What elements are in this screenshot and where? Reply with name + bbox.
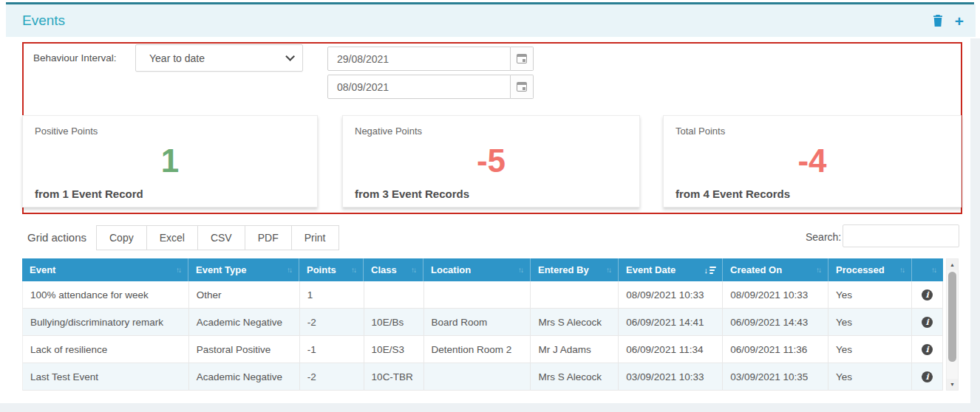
info-icon[interactable]: i [922, 371, 933, 382]
info-icon[interactable]: i [922, 344, 933, 355]
column-header-class[interactable]: Class↑↓ [364, 258, 423, 281]
positive-points-card: Positive Points 1 from 1 Event Record [22, 115, 318, 207]
cell-location: Detention Room 2 [424, 336, 531, 363]
sort-icon: ↑↓ [606, 266, 612, 274]
sort-icon: ↑↓ [287, 266, 293, 274]
search-label: Search: [806, 231, 841, 243]
cell-class: 10E/Bs [364, 309, 424, 335]
cell-info: i [912, 363, 943, 390]
cell-created-on: 03/09/2021 10:35 [723, 363, 828, 390]
column-header-entered-by[interactable]: Entered By↑↓ [531, 258, 619, 281]
export-button-copy[interactable]: Copy [96, 225, 147, 250]
column-header-info[interactable]: ↑↓ [912, 258, 943, 281]
search-input[interactable] [843, 224, 959, 247]
page-margin-right [970, 38, 980, 403]
cell-points: -2 [300, 363, 364, 390]
cell-event-type: Academic Negative [189, 363, 300, 390]
cell-created-on: 06/09/2021 14:43 [723, 309, 828, 335]
cell-points: -2 [300, 309, 364, 335]
delete-icon[interactable] [933, 15, 943, 27]
export-button-print[interactable]: Print [291, 225, 339, 250]
cell-entered-by: Mr J Adams [531, 336, 619, 363]
chevron-down-icon [285, 52, 295, 61]
cell-class: 10C-TBR [364, 363, 424, 390]
export-button-csv[interactable]: CSV [197, 225, 245, 250]
cell-event: Lack of resilience [23, 336, 189, 363]
cell-location [424, 281, 531, 308]
table-row[interactable]: Bullying/discriminatory remarkAcademic N… [22, 309, 943, 336]
negative-points-card: Negative Points -5 from 3 Event Records [342, 115, 640, 207]
cell-event: 100% attendance for week [23, 281, 189, 308]
sort-icon: ↑↓ [411, 266, 417, 274]
cell-location [424, 363, 531, 390]
cell-info: i [912, 309, 943, 335]
column-header-points[interactable]: Points↑↓ [299, 258, 364, 281]
column-header-event[interactable]: Event↑↓ [22, 258, 188, 281]
sort-icon: ↑↓ [899, 266, 905, 274]
cell-entered-by: Mrs S Alecock [531, 363, 619, 390]
cell-processed: Yes [828, 363, 912, 390]
card-footer: from 1 Event Record [23, 188, 317, 207]
cell-points: 1 [300, 281, 364, 308]
table-row[interactable]: Lack of resiliencePastoral Positive-110E… [22, 336, 943, 363]
table-row[interactable]: 100% attendance for weekOther108/09/2021… [22, 281, 943, 309]
grid-actions-label: Grid actions [27, 231, 86, 244]
date-to-calendar-button[interactable] [511, 75, 534, 99]
sort-descending-icon: ↓ [704, 265, 717, 275]
sort-icon: ↑↓ [518, 266, 524, 274]
negative-points-value: -5 [343, 134, 639, 188]
date-from-input[interactable] [327, 47, 511, 71]
table-header-row: Event↑↓Event Type↑↓Points↑↓Class↑↓Locati… [22, 258, 943, 281]
page-margin-bottom [0, 403, 980, 412]
sort-icon: ↑↓ [931, 266, 937, 274]
column-header-event-date[interactable]: Event Date↓ [619, 258, 723, 281]
scroll-down-icon[interactable]: ▼ [947, 379, 958, 390]
cell-event-date: 03/09/2021 10:33 [619, 363, 723, 390]
info-icon[interactable]: i [922, 289, 933, 301]
date-from-calendar-button[interactable] [511, 47, 534, 71]
cell-event: Last Test Event [23, 363, 189, 390]
cell-event-type: Pastoral Positive [189, 336, 300, 363]
cell-event-date: 06/09/2021 11:34 [619, 336, 723, 363]
total-points-value: -4 [664, 134, 961, 188]
column-header-processed[interactable]: Processed↑↓ [828, 258, 912, 281]
panel-header: Events + [6, 4, 976, 37]
add-event-icon[interactable]: + [955, 13, 964, 29]
scrollbar-thumb[interactable] [948, 272, 956, 362]
column-header-event-type[interactable]: Event Type↑↓ [188, 258, 299, 281]
page-title: Events [22, 4, 65, 37]
cell-event-type: Other [189, 281, 300, 308]
card-footer: from 3 Event Records [343, 188, 639, 207]
scroll-up-icon[interactable]: ▲ [947, 259, 958, 270]
cell-created-on: 08/09/2021 10:33 [723, 281, 828, 308]
cell-entered-by: Mrs S Alecock [531, 309, 619, 335]
cell-event-type: Academic Negative [189, 309, 300, 335]
cell-created-on: 06/09/2021 11:36 [723, 336, 828, 363]
cell-info: i [912, 336, 943, 363]
positive-points-value: 1 [23, 134, 317, 188]
calendar-icon [517, 82, 527, 92]
export-button-pdf[interactable]: PDF [245, 225, 292, 250]
cell-entered-by [531, 281, 619, 308]
cell-processed: Yes [828, 309, 912, 335]
cell-class: 10E/S3 [364, 336, 424, 363]
cell-info: i [912, 281, 943, 308]
cell-processed: Yes [828, 336, 912, 363]
column-header-location[interactable]: Location↑↓ [423, 258, 531, 281]
date-to-input[interactable] [327, 75, 511, 99]
export-button-excel[interactable]: Excel [146, 225, 198, 250]
table-body: 100% attendance for weekOther108/09/2021… [22, 281, 943, 391]
sort-icon: ↑↓ [176, 266, 182, 274]
table-scrollbar[interactable]: ▲ ▼ [946, 258, 959, 391]
events-panel: Events + Behaviour Interval: Year to dat… [0, 0, 980, 412]
cell-class [364, 281, 424, 308]
column-header-created-on[interactable]: Created On↑↓ [723, 258, 828, 281]
sort-icon: ↑↓ [351, 266, 357, 274]
behaviour-interval-select[interactable]: Year to date [135, 44, 303, 72]
export-button-group: CopyExcelCSVPDFPrint [96, 225, 339, 250]
cell-location: Board Room [424, 309, 531, 335]
info-icon[interactable]: i [922, 317, 933, 328]
table-row[interactable]: Last Test EventAcademic Negative-210C-TB… [22, 363, 943, 391]
events-table: Event↑↓Event Type↑↓Points↑↓Class↑↓Locati… [22, 258, 943, 391]
behaviour-interval-value: Year to date [149, 52, 285, 64]
